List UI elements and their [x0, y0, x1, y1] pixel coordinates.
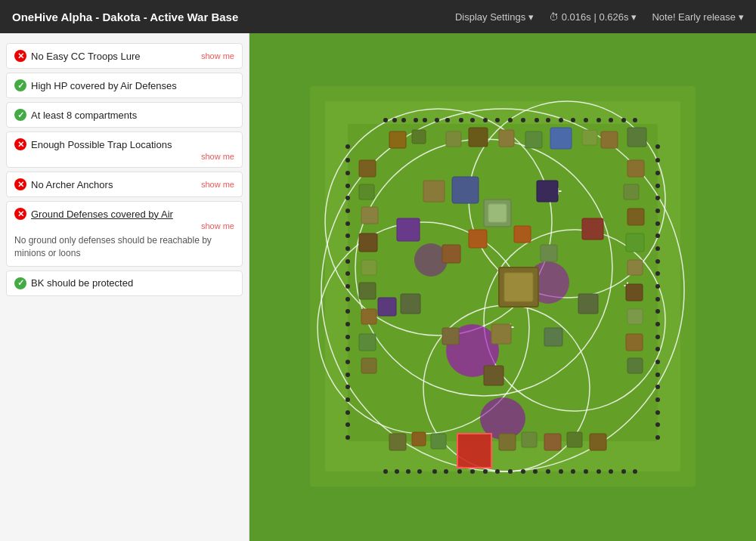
svg-rect-49: [624, 184, 639, 199]
svg-point-148: [345, 397, 350, 402]
svg-rect-63: [567, 432, 582, 447]
check-label-bk-protected: BK should be protected: [31, 277, 133, 289]
svg-point-93: [470, 118, 475, 122]
svg-rect-2: [348, 124, 658, 441]
svg-text:+: +: [554, 184, 562, 199]
svg-rect-72: [488, 204, 507, 222]
svg-point-141: [345, 309, 350, 314]
check-item-left-no-easy-cc: ✕No Easy CC Troops Lure: [14, 50, 141, 62]
svg-point-149: [345, 410, 350, 415]
map-area: + + +: [249, 33, 756, 541]
map-canvas: + + +: [249, 33, 756, 541]
svg-point-87: [401, 118, 406, 122]
svg-rect-59: [431, 434, 446, 449]
timing-btn[interactable]: ⏱ 0.016s | 0.626s ▾: [549, 11, 637, 23]
map-svg: + + +: [249, 33, 756, 541]
check-item-high-hp-air: ✓High HP covered by Air Defenses: [6, 73, 243, 98]
sidebar: ✕No Easy CC Troops Lureshow me✓High HP c…: [0, 33, 249, 541]
svg-point-161: [655, 259, 660, 264]
svg-point-116: [495, 469, 500, 474]
svg-rect-80: [442, 328, 459, 345]
svg-point-145: [345, 360, 350, 364]
svg-rect-66: [452, 177, 479, 203]
svg-point-133: [345, 209, 350, 213]
check-item-header-archer-anchors: ✕No Archer Anchorsshow me: [14, 178, 234, 190]
svg-point-105: [621, 118, 626, 122]
svg-rect-78: [442, 245, 460, 263]
svg-rect-84: [514, 226, 531, 243]
svg-rect-7: [442, 218, 518, 294]
svg-rect-60: [499, 434, 516, 450]
svg-point-130: [345, 171, 350, 175]
check-label-trap-locations: Enough Possible Trap Locations: [31, 139, 172, 150]
svg-point-159: [655, 233, 660, 238]
svg-rect-83: [469, 230, 487, 248]
svg-rect-76: [537, 181, 558, 202]
svg-rect-3: [359, 135, 435, 211]
svg-rect-68: [504, 273, 533, 301]
display-settings-btn[interactable]: Display Settings ▾: [455, 11, 534, 23]
svg-rect-69: [397, 218, 420, 241]
check-item-left-high-hp-air: ✓High HP covered by Air Defenses: [14, 79, 177, 91]
svg-rect-10: [442, 301, 518, 377]
svg-rect-31: [446, 131, 461, 147]
svg-point-22: [480, 397, 525, 440]
display-settings-label: Display Settings: [455, 11, 525, 23]
svg-rect-34: [525, 131, 542, 148]
show-me-btn-archer-anchors[interactable]: show me: [201, 180, 234, 189]
svg-point-154: [655, 171, 660, 175]
check-item-header-no-easy-cc: ✕No Easy CC Troops Lureshow me: [14, 50, 234, 62]
svg-point-114: [470, 469, 475, 474]
svg-point-91: [445, 118, 450, 122]
check-item-ground-air: ✕Ground Defenses covered by Airshow meNo…: [6, 201, 243, 267]
svg-point-95: [495, 118, 500, 122]
check-label-ground-air: Ground Defenses covered by Air: [31, 209, 173, 220]
show-me-below-trap-locations[interactable]: show me: [14, 152, 234, 161]
svg-point-165: [655, 309, 660, 314]
svg-rect-32: [469, 128, 488, 147]
check-item-bk-protected: ✓BK should be protected: [6, 270, 243, 296]
svg-rect-79: [541, 245, 557, 261]
svg-point-112: [444, 469, 448, 474]
svg-rect-37: [601, 131, 618, 148]
svg-point-175: [655, 435, 660, 440]
svg-point-107: [383, 469, 388, 474]
check-label-no-easy-cc: No Easy CC Troops Lure: [31, 51, 141, 62]
svg-point-140: [345, 297, 350, 301]
svg-point-157: [655, 209, 660, 213]
svg-point-99: [546, 118, 550, 122]
svg-point-85: [383, 118, 388, 122]
svg-rect-62: [544, 434, 561, 450]
svg-point-106: [633, 118, 637, 122]
note-btn[interactable]: Note! Early release ▾: [652, 11, 744, 23]
svg-point-118: [521, 469, 525, 474]
svg-rect-0: [310, 86, 696, 487]
svg-point-164: [655, 297, 660, 301]
svg-rect-29: [389, 131, 406, 148]
svg-point-168: [655, 347, 660, 351]
status-icon-trap-locations: ✕: [14, 138, 26, 150]
svg-rect-25: [457, 434, 491, 468]
svg-point-17: [318, 222, 529, 434]
show-me-below-ground-air[interactable]: show me: [14, 221, 234, 230]
svg-rect-1: [325, 101, 680, 471]
svg-point-14: [321, 109, 684, 471]
check-item-left-trap-locations: ✕Enough Possible Trap Locations: [14, 138, 172, 150]
svg-rect-55: [626, 334, 643, 351]
svg-rect-67: [499, 267, 538, 307]
check-item-compartments: ✓At least 8 compartments: [6, 102, 243, 128]
svg-point-173: [655, 410, 660, 415]
note-chevron: ▾: [739, 11, 744, 23]
status-icon-high-hp-air: ✓: [14, 79, 26, 91]
svg-point-153: [655, 158, 660, 162]
show-me-btn-no-easy-cc[interactable]: show me: [201, 51, 234, 60]
svg-point-90: [435, 118, 439, 122]
check-item-left-ground-air: ✕Ground Defenses covered by Air: [14, 208, 173, 220]
svg-rect-64: [590, 434, 606, 450]
svg-point-162: [655, 271, 660, 276]
svg-point-98: [534, 118, 539, 122]
check-item-archer-anchors: ✕No Archer Anchorsshow me: [6, 172, 243, 197]
svg-rect-73: [401, 294, 420, 314]
svg-rect-65: [423, 181, 445, 202]
svg-point-171: [655, 385, 660, 389]
